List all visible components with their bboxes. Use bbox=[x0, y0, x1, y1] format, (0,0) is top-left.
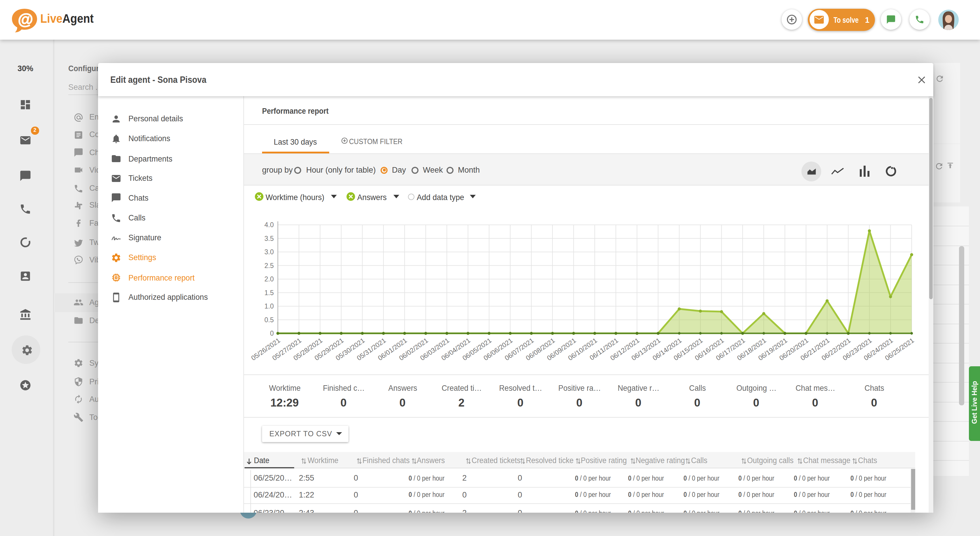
svg-text:3.5: 3.5 bbox=[264, 235, 274, 242]
svg-text:0: 0 bbox=[270, 330, 274, 337]
svg-text:3.0: 3.0 bbox=[264, 248, 274, 256]
svg-text:2.5: 2.5 bbox=[264, 262, 274, 270]
svg-text:1.5: 1.5 bbox=[264, 289, 274, 297]
svg-text:2.0: 2.0 bbox=[264, 275, 274, 283]
svg-text:@: @ bbox=[18, 10, 33, 28]
svg-text:0.5: 0.5 bbox=[264, 316, 274, 324]
svg-text:1.0: 1.0 bbox=[264, 303, 274, 310]
svg-text:4.0: 4.0 bbox=[264, 221, 274, 228]
